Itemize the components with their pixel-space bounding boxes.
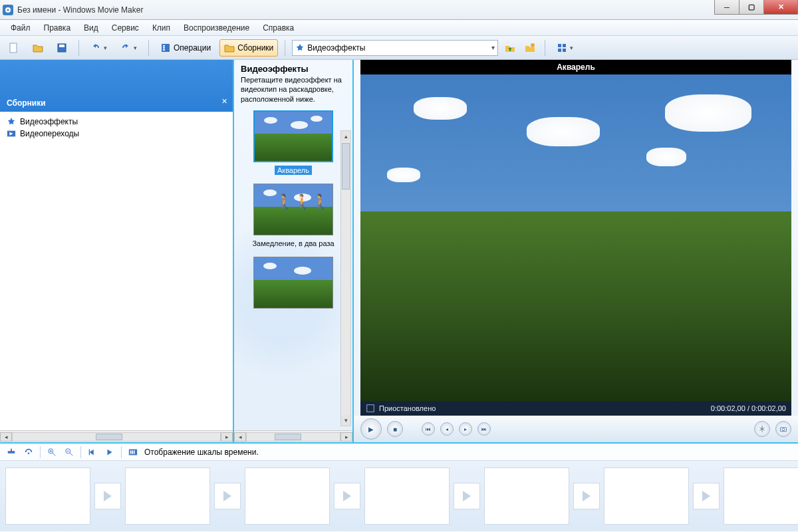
menu-view[interactable]: Вид [77,23,105,33]
clip-slot[interactable] [484,467,569,525]
folder-new-button[interactable] [522,39,538,57]
svg-rect-25 [130,450,132,454]
play-button[interactable]: ▶ [360,418,382,440]
clip-slot[interactable] [364,467,450,525]
undo-button[interactable]: ▾ [86,39,112,57]
tree-item-video-transitions[interactable]: Видеопереходы [7,128,226,140]
timeline-label: Отображение шкалы времени. [144,448,259,457]
transition-slot[interactable] [214,483,241,509]
sidebar-header: Сборники ✕ [0,60,233,112]
effect-label: Акварель [275,166,312,175]
clip-slot[interactable] [5,467,90,525]
operations-label: Операции [174,43,211,53]
transition-slot[interactable] [573,483,600,509]
preview-status: Приостановлено [379,404,436,412]
tree-item-video-effects[interactable]: Видеоэффекты [7,116,226,128]
menu-file[interactable]: Файл [4,23,37,33]
transition-slot[interactable] [454,483,480,509]
collections-button[interactable]: Сборники [219,39,278,57]
audio-levels-icon[interactable] [23,446,35,458]
operations-button[interactable]: Операции [156,39,215,57]
fullscreen-icon[interactable] [366,404,375,413]
menu-tools[interactable]: Сервис [105,23,146,33]
effects-list: Акварель 🚶🚶🚶 Замедление, в два раза [234,108,352,430]
new-button[interactable] [4,39,24,57]
open-button[interactable] [28,39,48,57]
rewind-icon[interactable] [86,446,98,458]
preview-video [360,74,791,401]
menu-clip[interactable]: Клип [146,23,177,33]
svg-rect-13 [558,49,561,52]
star-icon [295,43,305,53]
collections-sidebar: Сборники ✕ Видеоэффекты Видеопереходы ◂ … [0,60,234,442]
scroll-right-icon[interactable]: ▸ [221,432,233,442]
title-bar: Без имени - Windows Movie Maker ─ ▢ ✕ [0,0,798,20]
sidebar-title: Сборники [7,98,46,108]
clip-slot[interactable] [245,467,330,525]
step-fwd-button[interactable]: ▸ [459,422,472,436]
svg-point-10 [531,43,535,47]
stop-button[interactable]: ■ [387,421,403,437]
effects-hscroll[interactable]: ◂ ▸ [234,430,352,442]
svg-point-2 [7,9,9,11]
scroll-thumb[interactable] [96,434,122,440]
view-options-button[interactable]: ▾ [552,39,578,57]
collections-label: Сборники [237,43,273,53]
sidebar-close-icon[interactable]: ✕ [221,97,227,106]
effect-label: Замедление, в два раза [252,239,334,247]
effect-thumbnail: 🚶🚶🚶 [253,184,333,235]
menu-bar: Файл Правка Вид Сервис Клип Воспроизведе… [0,20,798,36]
transition-slot[interactable] [693,483,720,509]
sidebar-hscroll[interactable]: ◂ ▸ [0,430,233,442]
effect-item[interactable] [239,257,347,309]
zoom-out-icon[interactable] [63,446,75,458]
effects-dropdown[interactable]: Видеоэффекты ▾ [292,40,498,56]
scroll-left-icon[interactable]: ◂ [0,432,12,442]
star-icon [7,117,16,126]
storyboard[interactable] [0,461,798,531]
timeline-marker-icon[interactable] [5,446,17,458]
effects-heading: Видеоэффекты [234,60,352,75]
scroll-thumb[interactable] [275,434,301,440]
scroll-left-icon[interactable]: ◂ [234,432,246,442]
prev-clip-button[interactable]: ⏮ [422,422,435,436]
svg-rect-5 [59,45,65,47]
effect-thumbnail [253,110,333,162]
scroll-down-icon[interactable]: ▾ [341,415,350,426]
effect-item-slowdown[interactable]: 🚶🚶🚶 Замедление, в два раза [239,184,347,247]
clip-slot[interactable] [724,467,798,525]
menu-edit[interactable]: Правка [37,23,78,33]
split-button[interactable] [754,421,770,437]
play-timeline-icon[interactable] [104,446,116,458]
effect-item-watercolor[interactable]: Акварель [239,110,347,174]
svg-rect-23 [89,449,90,455]
folder-up-button[interactable] [502,39,518,57]
transition-icon [7,129,16,138]
svg-rect-11 [558,44,561,47]
scroll-right-icon[interactable]: ▸ [340,432,352,442]
zoom-in-icon[interactable] [46,446,58,458]
clip-slot[interactable] [125,467,210,525]
redo-button[interactable]: ▾ [116,39,142,57]
close-button[interactable]: ✕ [763,0,798,15]
transition-slot[interactable] [334,483,360,509]
clip-slot[interactable] [604,467,689,525]
svg-rect-16 [367,405,374,412]
effects-vscroll[interactable]: ▴ ▾ [340,130,351,426]
maximize-button[interactable]: ▢ [739,0,764,15]
scroll-up-icon[interactable]: ▴ [341,131,350,142]
menu-help[interactable]: Справка [256,23,301,33]
show-timeline-icon[interactable] [127,446,139,458]
save-button[interactable] [52,39,72,57]
minimize-button[interactable]: ─ [714,0,739,15]
snapshot-button[interactable] [775,421,791,437]
transition-slot[interactable] [94,483,121,509]
step-back-button[interactable]: ◂ [440,422,454,436]
menu-play[interactable]: Воспроизведение [177,23,256,33]
tree-item-label: Видеопереходы [20,129,79,138]
preview-status-bar: Приостановлено 0:00:02,00 / 0:00:02,00 [360,401,791,416]
next-clip-button[interactable]: ⏭ [477,422,491,436]
svg-point-20 [28,452,30,454]
svg-rect-14 [563,49,566,52]
scroll-thumb[interactable] [342,143,350,190]
